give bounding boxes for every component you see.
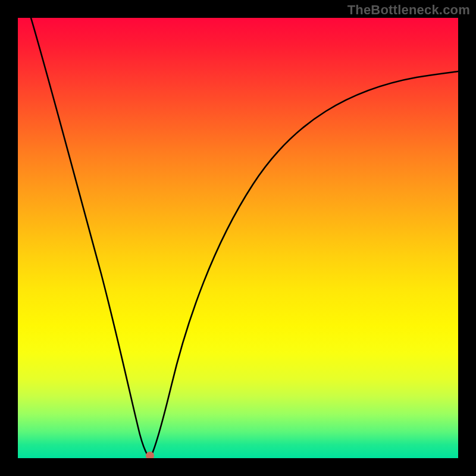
curve-left-branch	[31, 18, 150, 458]
curve-right-branch	[150, 71, 458, 458]
chart-frame: TheBottleneck.com	[0, 0, 476, 476]
bottleneck-curve	[18, 18, 458, 458]
watermark-text: TheBottleneck.com	[347, 2, 470, 18]
plot-area	[18, 18, 458, 458]
